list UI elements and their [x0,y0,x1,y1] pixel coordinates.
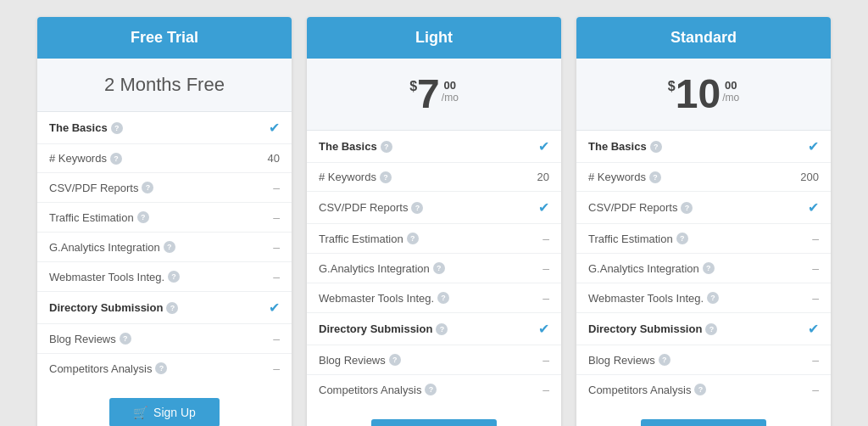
feature-value: ✔ [538,199,549,216]
feature-row: G.Analytics Integration?– [576,254,831,283]
feature-value: – [273,332,280,345]
feature-label: The Basics? [588,140,662,153]
feature-value: – [812,232,819,245]
price-dollar-sign: $ [668,79,676,94]
question-icon[interactable]: ? [681,202,693,214]
feature-row: # Keywords?20 [307,163,561,192]
free-trial-action-button[interactable]: 🛒Sign Up [109,398,220,426]
feature-label-text: Traffic Estimation [49,211,134,224]
feature-label: # Keywords? [588,171,661,183]
feature-value: – [273,362,280,375]
feature-label-text: Webmaster Tools Integ. [49,271,164,283]
question-icon[interactable]: ? [433,262,445,274]
price-row-light: $700/mo [315,74,553,115]
feature-value: ✔ [808,138,819,154]
feature-label-text: CSV/PDF Reports [49,182,138,194]
feature-label: Webmaster Tools Integ.? [588,292,719,305]
feature-row: Directory Submission?✔ [307,313,561,345]
question-icon[interactable]: ? [155,362,167,374]
question-icon[interactable]: ? [168,271,180,283]
feature-value: – [812,383,819,396]
question-icon[interactable]: ? [166,302,178,314]
feature-value: ✔ [808,321,819,337]
standard-action-button[interactable]: 🛒Order Now [641,419,766,426]
plan-subheader-standard: $1000/mo [576,59,831,131]
question-icon[interactable]: ? [707,292,719,304]
question-icon[interactable]: ? [381,141,392,153]
question-icon[interactable]: ? [659,354,670,366]
question-icon[interactable]: ? [425,384,437,395]
question-icon[interactable]: ? [111,122,123,134]
feature-value: – [812,261,819,275]
feature-label: The Basics? [319,140,392,153]
feature-row: # Keywords?200 [576,163,831,192]
question-icon[interactable]: ? [436,323,448,335]
feature-value: – [812,291,819,305]
question-icon[interactable]: ? [676,233,688,244]
question-icon[interactable]: ? [164,241,175,253]
cart-icon: 🛒 [133,406,147,419]
question-icon[interactable]: ? [137,211,149,223]
feature-label-text: Competitors Analysis [588,384,691,396]
question-icon[interactable]: ? [389,354,401,366]
question-icon[interactable]: ? [380,171,392,183]
question-icon[interactable]: ? [705,323,717,335]
question-icon[interactable]: ? [142,182,153,193]
question-icon[interactable]: ? [649,171,661,183]
feature-value: ✔ [808,199,819,216]
feature-label-text: Webmaster Tools Integ. [319,292,434,305]
feature-row: Blog Reviews?– [307,345,561,375]
question-icon[interactable]: ? [650,141,662,153]
feature-value: ✔ [538,321,549,337]
feature-row: Traffic Estimation?– [307,224,561,254]
question-icon[interactable]: ? [703,262,715,274]
pricing-container: Free Trial2 Months FreeThe Basics?✔# Key… [17,17,851,426]
feature-row: G.Analytics Integration?– [307,254,561,283]
feature-label-text: # Keywords [319,171,376,183]
feature-label: CSV/PDF Reports? [319,201,423,214]
price-main: 7 [417,74,440,115]
plan-subheader-light: $700/mo [307,59,561,131]
question-icon[interactable]: ? [110,153,122,165]
question-icon[interactable]: ? [694,384,706,395]
feature-label: Traffic Estimation? [319,233,419,245]
features-list-light: The Basics?✔# Keywords?20CSV/PDF Reports… [307,131,561,404]
feature-row: # Keywords?40 [37,144,292,173]
feature-value: ✔ [538,138,549,154]
feature-label: Directory Submission? [588,322,717,335]
free-months-text: 2 Months Free [46,74,283,96]
feature-row: Directory Submission?✔ [576,313,831,345]
price-dollar-sign: $ [409,79,417,94]
feature-label-text: G.Analytics Integration [319,262,430,275]
feature-label-text: Competitors Analysis [49,362,152,375]
feature-label-text: G.Analytics Integration [588,262,699,275]
feature-label: Competitors Analysis? [588,384,706,396]
feature-label: Directory Submission? [49,301,178,314]
feature-row: Traffic Estimation?– [37,203,292,233]
feature-row: CSV/PDF Reports?– [37,173,292,203]
feature-label: CSV/PDF Reports? [49,182,153,194]
question-icon[interactable]: ? [437,292,449,304]
feature-label: Competitors Analysis? [319,384,437,396]
feature-label-text: Blog Reviews [49,333,116,345]
price-mo: /mo [442,92,459,104]
feature-label-text: Traffic Estimation [588,233,673,245]
question-icon[interactable]: ? [407,233,419,244]
question-icon[interactable]: ? [120,333,131,345]
feature-label-text: CSV/PDF Reports [319,201,408,214]
feature-label-text: Competitors Analysis [319,384,421,396]
feature-row: The Basics?✔ [576,131,831,163]
feature-row: CSV/PDF Reports?✔ [576,192,831,224]
light-action-button[interactable]: 🛒Order Now [371,419,497,426]
feature-label-text: Blog Reviews [319,354,386,367]
feature-value: – [273,181,280,194]
plan-header-standard: Standard [576,17,831,59]
feature-row: Webmaster Tools Integ.?– [307,283,561,313]
plan-card-light: Light$700/moThe Basics?✔# Keywords?20CSV… [307,17,561,426]
feature-row: Competitors Analysis?– [37,354,292,383]
feature-label-text: The Basics [49,121,108,134]
feature-row: Competitors Analysis?– [307,375,561,404]
question-icon[interactable]: ? [411,202,423,214]
plan-footer-light: 🛒Order Now [307,404,561,426]
feature-value: – [542,291,549,305]
